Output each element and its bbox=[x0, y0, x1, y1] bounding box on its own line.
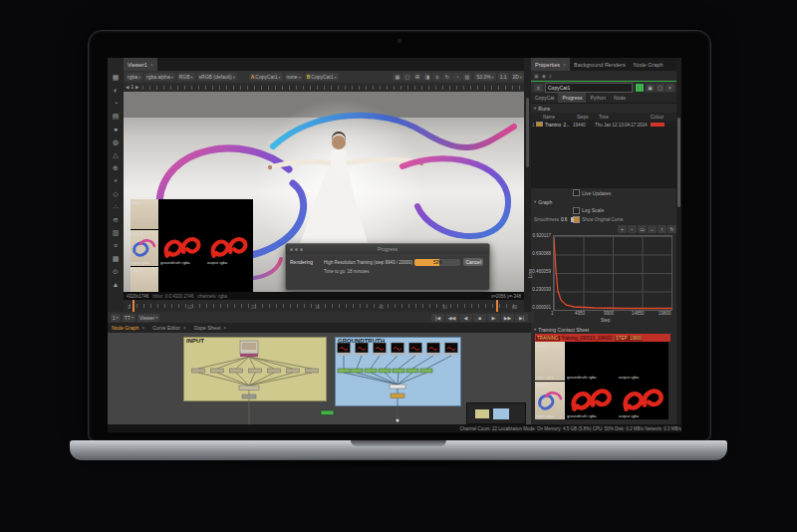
log-scale-checkbox[interactable] bbox=[573, 207, 580, 214]
step-forward-button[interactable]: ▶ bbox=[487, 314, 500, 322]
reset-view-icon[interactable]: ↻ bbox=[667, 225, 676, 233]
clock-icon[interactable]: ◔ bbox=[452, 73, 461, 81]
tab-background-renders[interactable]: Background Renders bbox=[570, 58, 630, 71]
panel-scrollbar[interactable] bbox=[676, 58, 681, 424]
draw-icon[interactable]: ◐ bbox=[108, 84, 124, 97]
lock-icon[interactable]: ▣ bbox=[534, 73, 539, 79]
tab-dope-sheet[interactable]: Dope Sheet× bbox=[190, 323, 230, 333]
frame-prev-button[interactable]: ◀ bbox=[126, 85, 129, 90]
scrollbar-thumb[interactable] bbox=[677, 118, 680, 207]
contact-tile[interactable]: output rgba bbox=[618, 382, 668, 420]
divider-scrollbar[interactable] bbox=[526, 98, 529, 167]
close-icon[interactable]: × bbox=[150, 62, 153, 68]
menu-icon[interactable]: ≡ bbox=[549, 73, 552, 79]
play-backward-button[interactable]: ◀◀ bbox=[445, 314, 458, 322]
node-menu-icon[interactable]: ≡ bbox=[534, 84, 543, 92]
step-back-button[interactable]: ◀ bbox=[459, 314, 472, 322]
tab-progress[interactable]: Progress bbox=[558, 93, 586, 103]
playhead[interactable] bbox=[496, 300, 498, 312]
image-icon[interactable]: ▦ bbox=[108, 71, 124, 84]
channel-icon[interactable]: ▤ bbox=[108, 110, 124, 123]
tab-copycat[interactable]: CopyCat bbox=[531, 93, 558, 103]
in-marker[interactable] bbox=[133, 300, 134, 312]
merge-icon[interactable]: ⊕ bbox=[108, 161, 124, 174]
contact-tile[interactable]: groundtruth rgba bbox=[566, 382, 617, 420]
runs-section-header[interactable]: ▾ Runs bbox=[531, 104, 676, 113]
pan-horizontal-icon[interactable]: ↔ bbox=[648, 225, 657, 233]
window-close-button[interactable] bbox=[290, 248, 293, 251]
particles-icon[interactable]: ∴ bbox=[108, 200, 124, 213]
contact-tile[interactable]: crop 1 input rgba bbox=[535, 342, 565, 381]
b-buffer-select[interactable]: BCopyCat1▾ bbox=[305, 73, 339, 81]
zoom-select[interactable]: 53.3%▾ bbox=[474, 73, 495, 81]
col-steps[interactable]: Steps bbox=[577, 115, 599, 120]
close-icon[interactable]: × bbox=[141, 325, 144, 331]
3d-icon[interactable]: ◇ bbox=[108, 187, 124, 200]
a-buffer-select[interactable]: ACopyCat1▾ bbox=[249, 73, 283, 81]
crop-nodes[interactable] bbox=[192, 369, 319, 373]
close-panel-icon[interactable]: × bbox=[665, 84, 674, 92]
col-name[interactable]: Name bbox=[543, 115, 577, 120]
tab-viewer1[interactable]: Viewer1 × bbox=[124, 58, 157, 71]
close-icon[interactable]: × bbox=[183, 325, 186, 331]
nodegraph-minimap[interactable] bbox=[466, 402, 526, 424]
alpha-select[interactable]: rgba.alpha▾ bbox=[144, 73, 175, 81]
proxy-select[interactable]: 1:1 bbox=[498, 73, 509, 81]
target-viewer-select[interactable]: Viewer▾ bbox=[137, 314, 159, 322]
refresh-icon[interactable]: ↻ bbox=[442, 73, 451, 81]
tab-properties[interactable]: Properties× bbox=[531, 58, 570, 71]
tab-node[interactable]: Node bbox=[610, 93, 630, 103]
dot-node[interactable] bbox=[397, 419, 399, 422]
deep-icon[interactable]: ≋ bbox=[108, 213, 124, 226]
viewer-image[interactable]: crop 1 crop 2 input rgba groundtruth rgb… bbox=[124, 92, 524, 292]
groundtruth-read-nodes[interactable] bbox=[338, 343, 458, 356]
play-forward-button[interactable]: ▶▶ bbox=[501, 314, 514, 322]
frame-increment-select[interactable]: 1▾ bbox=[111, 314, 121, 322]
float-panel-icon[interactable]: ▢ bbox=[656, 84, 664, 92]
view-mode-select[interactable]: 2D▾ bbox=[511, 73, 524, 81]
contact-tile[interactable]: crop 2 input rgba bbox=[535, 382, 565, 420]
col-time[interactable]: Time bbox=[599, 115, 651, 120]
appendclip-node[interactable] bbox=[239, 386, 259, 391]
gain-icon[interactable]: ◨ bbox=[422, 73, 431, 81]
wipe-icon[interactable]: ▢ bbox=[402, 73, 411, 81]
node-name-field[interactable]: CopyCat1 bbox=[545, 83, 633, 93]
wipe-mode-select[interactable]: none▾ bbox=[285, 73, 303, 81]
grid-icon[interactable]: ▦ bbox=[393, 73, 401, 81]
graph-section-header[interactable]: ▾ Graph bbox=[531, 197, 552, 206]
output-node[interactable] bbox=[242, 395, 256, 399]
tab-python[interactable]: Python bbox=[586, 93, 610, 103]
contact-tile[interactable]: output rgba bbox=[618, 342, 668, 381]
frame-next-button[interactable]: ▶ bbox=[135, 85, 138, 90]
node-color-swatch[interactable] bbox=[635, 83, 645, 93]
display-channels-select[interactable]: RGB▾ bbox=[177, 73, 195, 81]
shuffle-nodes[interactable] bbox=[338, 369, 432, 373]
tab-node-graph[interactable]: Node Graph bbox=[630, 58, 667, 71]
goto-end-button[interactable]: ▶| bbox=[515, 314, 528, 322]
fit-icon[interactable]: ▭ bbox=[638, 225, 647, 233]
ruler-ticks[interactable] bbox=[142, 86, 522, 90]
center-node-icon[interactable]: ▣ bbox=[646, 84, 655, 92]
gamma-icon[interactable]: ≡ bbox=[432, 73, 441, 81]
loss-graph[interactable]: Loss 0.920117 0.690088 0.460059 0.230030… bbox=[531, 233, 676, 325]
layer-select[interactable]: rgba▾ bbox=[126, 73, 142, 81]
other-icon[interactable]: ⊙ bbox=[108, 265, 124, 278]
contact-tile[interactable]: groundtruth rgba bbox=[566, 342, 617, 381]
roi-icon[interactable]: ⊞ bbox=[412, 73, 421, 81]
pin-icon[interactable]: ◉ bbox=[542, 73, 546, 79]
views-icon[interactable]: ▥ bbox=[108, 226, 124, 239]
air-icon[interactable]: ▲ bbox=[108, 278, 124, 291]
zoom-in-icon[interactable]: + bbox=[618, 225, 627, 233]
keyer-icon[interactable]: △ bbox=[108, 148, 124, 161]
tab-nodegraph[interactable]: Node Graph× bbox=[108, 323, 148, 333]
filter-icon[interactable]: ◍ bbox=[108, 135, 124, 148]
timeline[interactable]: 1 10 20 30 40 50 60 bbox=[124, 300, 524, 312]
node-graph-canvas[interactable]: INPUT GROUNDTRUTH bbox=[108, 333, 531, 424]
close-icon[interactable]: × bbox=[563, 62, 566, 68]
time-icon[interactable]: ◔ bbox=[108, 97, 124, 110]
live-updates-checkbox[interactable] bbox=[573, 189, 580, 196]
contactsheet-section-header[interactable]: ▾ Training Contact Sheet bbox=[531, 325, 589, 334]
graph-plot-area[interactable] bbox=[553, 235, 672, 311]
toolsets-icon[interactable]: ▩ bbox=[108, 252, 124, 265]
show-original-checkbox[interactable] bbox=[573, 216, 580, 223]
